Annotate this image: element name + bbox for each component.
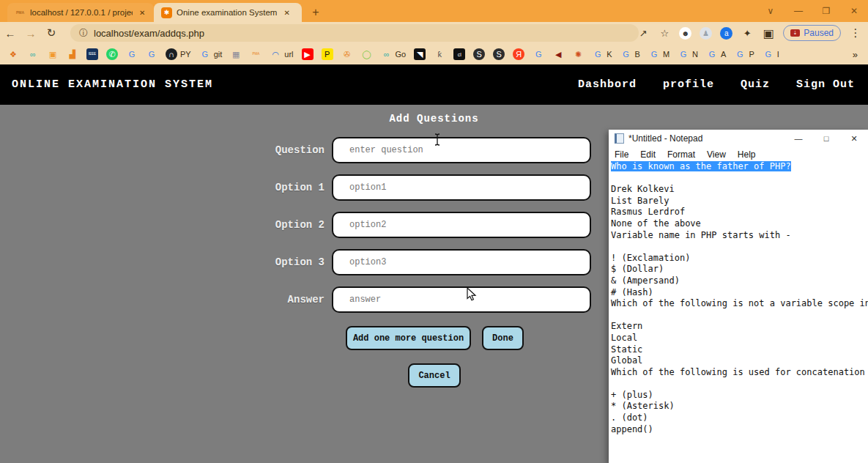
notepad-line: # (Hash) — [611, 287, 868, 299]
bookmark-github-octocat-logo[interactable]: ∩PY — [166, 48, 191, 60]
bookmarks-bar: ❖∞▣▟IEEE✆GG∩PYGgit▦PMA◠url▶P✇◯∞Go◥ƙclSSЯ… — [0, 44, 868, 64]
bookmark-google-logo[interactable]: GI — [763, 48, 779, 60]
bookmark-google-logo[interactable]: G — [146, 48, 157, 60]
window-close-button[interactable]: ✕ — [840, 6, 868, 16]
notepad-line: $ (Dollar) — [611, 264, 868, 275]
bookmark-kite-logo[interactable]: ❖ — [7, 48, 19, 60]
bookmark-p-yellow-logo[interactable]: P — [322, 48, 333, 60]
site-navbar: ONLINE EXAMINATION SYSTEM Dashbordprofil… — [0, 64, 868, 105]
bookmark-gauge-logo[interactable]: ◠url — [270, 48, 293, 60]
nav-link-sign-out[interactable]: Sign Out — [796, 78, 855, 91]
done-button[interactable]: Done — [482, 326, 524, 350]
share-icon[interactable]: ↗ — [637, 28, 650, 39]
browser-toolbar: ← → ↻ ⓘ localhost/exam/addqs.php ↗ ☆ ☻♟a… — [0, 22, 868, 44]
notepad-line — [611, 310, 868, 322]
movie-camera-logo-icon: ✇ — [341, 48, 353, 60]
address-bar[interactable]: ⓘ localhost/exam/addqs.php — [70, 24, 639, 42]
notepad-line: Local — [611, 333, 868, 344]
bookmarks-overflow-icon[interactable]: » — [853, 49, 858, 60]
notepad-menubar: FileEditFormatViewHelp — [609, 147, 868, 161]
notepad-menu-view[interactable]: View — [701, 149, 732, 160]
tab-phpmyadmin[interactable]: PMA localhost / 127.0.0.1 / project / s … — [7, 3, 154, 22]
bookmark-cl-logo[interactable]: cl — [453, 48, 465, 60]
reload-button[interactable]: ↻ — [41, 26, 62, 40]
notepad-menu-format[interactable]: Format — [661, 149, 701, 160]
bookmark-google-logo[interactable]: GA — [706, 48, 726, 60]
option-2-input[interactable] — [332, 212, 591, 238]
cancel-button[interactable]: Cancel — [408, 363, 461, 388]
notepad-maximize-button[interactable]: □ — [812, 130, 840, 147]
a-extension-icon[interactable]: a — [720, 27, 732, 40]
nav-link-quiz[interactable]: Quiz — [741, 78, 770, 91]
bookmark-analytics-bars-logo[interactable]: ▟ — [67, 48, 78, 60]
nav-link-dashbord[interactable]: Dashbord — [578, 78, 637, 91]
bookmark-s-dark-logo[interactable]: S — [473, 48, 485, 60]
google-logo-icon: G — [126, 48, 138, 60]
yandex-logo-icon: Я — [513, 48, 524, 60]
bookmark-eagle-logo[interactable]: ◥ — [414, 48, 426, 60]
bookmark-phpmyadmin-logo[interactable]: PMA — [250, 48, 261, 60]
tab-close-icon[interactable]: ✕ — [137, 8, 147, 18]
option-3-input[interactable] — [332, 249, 591, 275]
tab-close-icon[interactable]: ✕ — [281, 8, 292, 18]
notepad-text-area[interactable]: Who is known as the father of PHP? Drek … — [609, 161, 868, 463]
new-tab-button[interactable]: + — [306, 3, 325, 22]
bookmark-bank-logo[interactable]: ▦ — [230, 48, 242, 60]
tab-search-icon[interactable]: ∨ — [757, 6, 784, 16]
bookmark-youtube-logo[interactable]: ▶ — [302, 48, 314, 60]
site-info-icon[interactable]: ⓘ — [79, 27, 88, 40]
option-1-input[interactable] — [332, 174, 591, 201]
bookmark-star-icon[interactable]: ☆ — [658, 28, 671, 39]
page-title: Add Questions — [0, 113, 868, 125]
bookmark-google-logo[interactable]: Ggit — [199, 48, 223, 60]
idm-paused-button[interactable]: ⇣ Paused — [783, 25, 841, 41]
question-input[interactable] — [332, 137, 591, 163]
bookmark-movie-camera-logo[interactable]: ✇ — [341, 48, 353, 60]
window-minimize-button[interactable]: — — [784, 6, 812, 16]
person-extension-icon[interactable]: ♟ — [700, 27, 712, 40]
tab-exam-system[interactable]: ✱ Onine examination System ✕ — [154, 3, 302, 22]
notepad-minimize-button[interactable]: — — [784, 130, 812, 147]
notepad-line — [611, 378, 868, 390]
notepad-close-button[interactable]: ✕ — [840, 130, 868, 147]
bookmark-google-logo[interactable]: GB — [620, 48, 640, 60]
bookmark-google-logo[interactable]: G — [533, 48, 544, 60]
nav-link-profile[interactable]: profile — [663, 78, 714, 91]
notepad-titlebar[interactable]: *Untitled - Notepad — □ ✕ — [609, 130, 868, 147]
panda-extension-icon[interactable]: ☻ — [679, 27, 691, 40]
extensions-puzzle-icon[interactable]: ✦ — [741, 28, 754, 39]
notepad-menu-edit[interactable]: Edit — [634, 149, 661, 160]
notepad-line — [611, 173, 868, 185]
google-logo-icon: G — [620, 48, 632, 60]
bookmark-red-bird-logo[interactable]: ◀ — [552, 48, 564, 60]
bookmark-google-logo[interactable]: GP — [734, 48, 754, 60]
bookmark-s-dark-logo[interactable]: S — [493, 48, 505, 60]
add-one-more-question-button[interactable]: Add one more question — [346, 326, 471, 350]
bookmark-google-logo[interactable]: GK — [592, 48, 612, 60]
bookmark-google-logo[interactable]: GN — [678, 48, 698, 60]
bookmark-orange-badge-logo[interactable]: ▣ — [47, 48, 59, 60]
kite-logo-icon: ❖ — [7, 48, 19, 60]
bookmark-ieee-logo[interactable]: IEEE — [86, 48, 98, 60]
bookmark-green-ring-logo[interactable]: ◯ — [361, 48, 373, 60]
notepad-menu-file[interactable]: File — [609, 149, 634, 160]
bookmark-google-logo[interactable]: GM — [648, 48, 669, 60]
ieee-logo-icon: IEEE — [86, 48, 98, 60]
bookmark-skier-logo[interactable]: ƙ — [434, 48, 445, 60]
notepad-menu-help[interactable]: Help — [732, 149, 762, 160]
url-text: localhost/exam/addqs.php — [94, 28, 204, 39]
s-dark-logo-icon: S — [473, 48, 485, 60]
forward-button[interactable]: → — [21, 27, 41, 40]
bookmark-yandex-logo[interactable]: Я — [513, 48, 524, 60]
back-button[interactable]: ← — [0, 27, 21, 40]
bookmark-eye-logo[interactable]: ✺ — [572, 48, 584, 60]
answer-input[interactable] — [332, 286, 591, 313]
bookmark-godaddy-logo[interactable]: ∞ — [27, 48, 39, 60]
bookmark-google-logo[interactable]: G — [126, 48, 138, 60]
profile-avatar[interactable]: ▣ — [762, 26, 775, 40]
browser-menu-icon[interactable]: ⋮ — [849, 26, 862, 40]
bookmark-godaddy-logo[interactable]: ∞Go — [381, 48, 407, 60]
window-restore-button[interactable]: ❐ — [812, 6, 840, 16]
pma-favicon-icon: PMA — [15, 7, 26, 18]
bookmark-whatsapp-logo[interactable]: ✆ — [106, 48, 118, 60]
